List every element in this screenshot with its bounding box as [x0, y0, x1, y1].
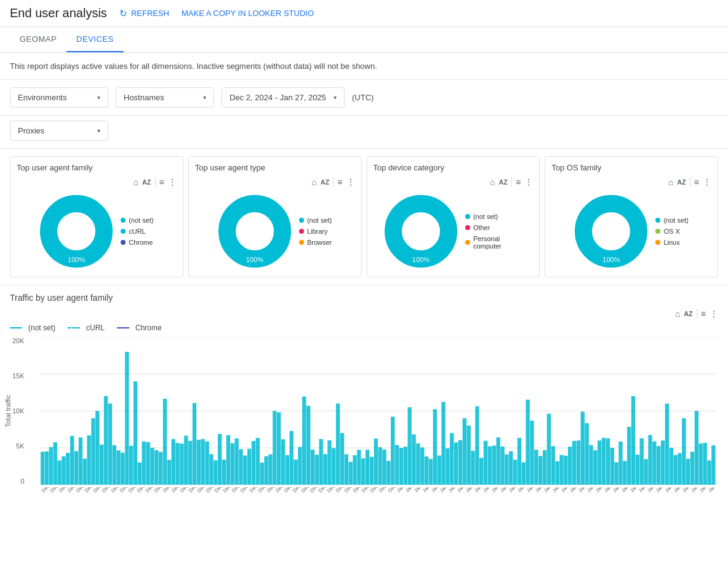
- traffic-section: Traffic by user agent family ⌂ AZ ≡ ⋮ (n…: [0, 285, 728, 544]
- svg-rect-99: [404, 447, 407, 485]
- svg-rect-158: [652, 442, 656, 485]
- chart4-filter-icon[interactable]: ≡: [694, 177, 699, 187]
- dropdown-arrow-hostnames: ▾: [203, 94, 206, 101]
- dropdown-arrow-proxies: ▾: [97, 127, 100, 134]
- svg-rect-105: [429, 459, 433, 485]
- legend-dot: [465, 225, 470, 230]
- chart4-more-icon[interactable]: ⋮: [703, 177, 711, 187]
- chart4-home-icon[interactable]: ⌂: [668, 177, 673, 187]
- svg-rect-48: [188, 441, 192, 485]
- svg-rect-170: [703, 443, 706, 485]
- hostnames-dropdown[interactable]: Hostnames ▾: [116, 87, 214, 108]
- x-axis-label: Dec 31, 2024, 10AM: [387, 487, 397, 493]
- y-axis-labels: 20K 15K 10K 5K 0: [12, 337, 25, 485]
- svg-rect-146: [602, 438, 606, 485]
- svg-rect-56: [222, 460, 226, 485]
- chart3-home-icon[interactable]: ⌂: [490, 177, 495, 187]
- svg-rect-111: [454, 442, 458, 485]
- svg-rect-72: [290, 431, 294, 485]
- legend-line-dashed: [68, 327, 80, 328]
- chart1-more-icon[interactable]: ⋮: [168, 177, 177, 187]
- svg-rect-129: [530, 421, 534, 485]
- chart2-more-icon[interactable]: ⋮: [346, 177, 355, 187]
- svg-rect-102: [416, 444, 420, 485]
- x-axis-label: Jan 26, 2025, 3PM: [698, 487, 708, 493]
- chart2-filter-icon[interactable]: ≡: [337, 177, 342, 187]
- x-axis-label: Jan 25, 2025, 9AM: [681, 487, 691, 493]
- traffic-title: Traffic by user agent family: [10, 293, 718, 303]
- svg-point-7: [599, 219, 623, 244]
- chart3-filter-icon[interactable]: ≡: [516, 177, 521, 187]
- x-axis-label: Dec 3, 2024, 7AM: [49, 487, 59, 493]
- svg-rect-151: [623, 461, 626, 485]
- y-label: 20K: [12, 337, 25, 344]
- chart2-percent: 100%: [246, 256, 263, 263]
- traffic-home-icon[interactable]: ⌂: [675, 309, 680, 319]
- refresh-button[interactable]: ↻ REFRESH: [119, 8, 169, 19]
- legend-item: Chrome: [117, 324, 162, 332]
- x-axis-label: Dec 28, 2024, 4AM: [343, 487, 353, 493]
- x-axis-label: Jan 4, 2025, 5AM: [430, 487, 440, 493]
- svg-rect-142: [585, 423, 588, 485]
- traffic-filter-icon[interactable]: ≡: [701, 309, 706, 319]
- legend-item: Browser: [299, 239, 332, 246]
- legend-item: (not set): [299, 217, 332, 224]
- svg-rect-137: [564, 456, 567, 485]
- svg-rect-58: [231, 443, 234, 485]
- traffic-chart-wrapper: 20K 15K 10K 5K 0 Total traffic De: [41, 337, 716, 536]
- legend-label: OS X: [663, 228, 679, 235]
- traffic-legend-row: (not set) cURL Chrome: [10, 324, 718, 332]
- date-range-dropdown[interactable]: Dec 2, 2024 - Jan 27, 2025 ▾: [222, 87, 345, 108]
- svg-rect-140: [577, 440, 580, 485]
- svg-point-3: [242, 219, 267, 244]
- y-axis-title: Total traffic: [4, 395, 12, 428]
- chart1-filter-icon[interactable]: ≡: [159, 177, 164, 187]
- chart2-home-icon[interactable]: ⌂: [311, 177, 316, 187]
- x-axis-label: Dec 26, 2024, 11AM: [326, 487, 336, 493]
- x-axis-label: Dec 3, 2024, 5PM: [58, 487, 68, 493]
- chart2-legend: (not set) Library Browser: [299, 217, 332, 246]
- x-axis-label: Dec 9, 2024, 7AM: [119, 487, 129, 493]
- chart1-az-icon[interactable]: AZ: [142, 178, 151, 186]
- svg-rect-53: [209, 454, 213, 485]
- svg-rect-101: [412, 434, 415, 485]
- svg-rect-162: [670, 448, 673, 485]
- chart4-az-icon[interactable]: AZ: [677, 178, 686, 186]
- svg-rect-94: [382, 450, 386, 485]
- svg-rect-75: [302, 397, 306, 485]
- legend-label: (not set): [663, 217, 688, 224]
- svg-rect-62: [247, 449, 251, 485]
- chart2-az-icon[interactable]: AZ: [321, 178, 330, 186]
- traffic-more-icon[interactable]: ⋮: [710, 309, 718, 319]
- traffic-az-icon[interactable]: AZ: [684, 310, 693, 317]
- proxies-dropdown[interactable]: Proxies ▾: [10, 121, 108, 141]
- x-axis-label: Jan 13, 2025, 6PM: [516, 487, 526, 493]
- tab-geomap[interactable]: GEOMAP: [10, 27, 66, 52]
- traffic-chart-area: 20K 15K 10K 5K 0 Total traffic: [41, 337, 716, 485]
- y-label: 5K: [12, 442, 25, 450]
- chart1-home-icon[interactable]: ⌂: [133, 177, 138, 187]
- dropdown-arrow-date: ▾: [334, 94, 337, 101]
- svg-rect-68: [273, 411, 276, 485]
- x-axis-label: Dec 27, 2024, 4PM: [335, 487, 345, 493]
- copy-looker-button[interactable]: MAKE A COPY IN LOOKER STUDIO: [182, 9, 314, 18]
- x-axis-labels-container: Dec 2, 2024, 12AMDec 3, 2024, 7AMDec 3, …: [41, 487, 716, 536]
- x-axis-label: Jan 18, 2025, 5AM: [577, 487, 587, 493]
- svg-rect-166: [686, 459, 690, 485]
- svg-rect-30: [113, 445, 116, 485]
- x-axis-label: Jan 11, 2025, 5AM: [499, 487, 509, 493]
- svg-rect-104: [425, 456, 428, 485]
- x-axis-label: Dec 14, 2024, 1AM: [170, 487, 180, 493]
- chart3-donut-container: 100% (not set) Other Personal computer: [374, 192, 534, 271]
- x-axis-label: Dec 12, 2024, 3PM: [153, 487, 163, 493]
- chart3-divider: [511, 177, 512, 187]
- environments-dropdown[interactable]: Environments ▾: [10, 87, 108, 108]
- chart3-more-icon[interactable]: ⋮: [524, 177, 533, 187]
- svg-rect-128: [526, 400, 529, 485]
- chart3-az-icon[interactable]: AZ: [498, 178, 508, 186]
- tab-devices[interactable]: DEVICES: [66, 27, 124, 52]
- svg-rect-35: [134, 381, 137, 485]
- legend-item: Other: [465, 224, 522, 231]
- svg-rect-20: [70, 436, 74, 485]
- legend-item: Library: [299, 228, 332, 235]
